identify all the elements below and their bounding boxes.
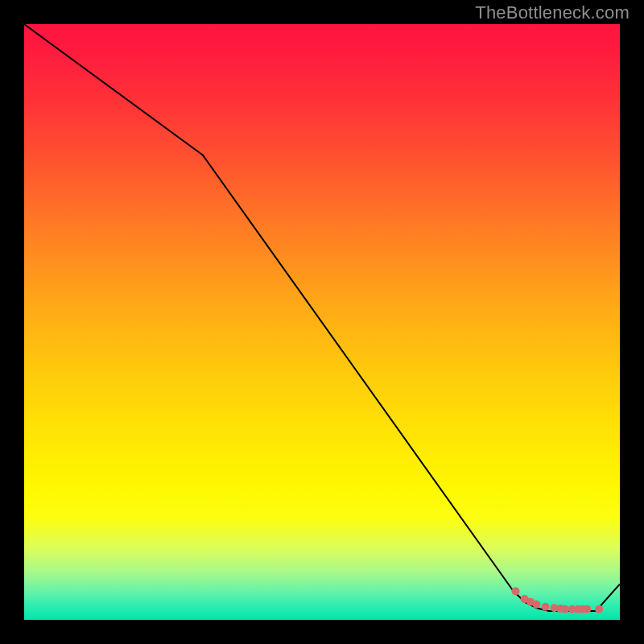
marker-dot bbox=[512, 587, 520, 595]
marker-dot bbox=[595, 605, 603, 613]
chart-stage: TheBottleneck.com bbox=[0, 0, 644, 644]
chart-svg bbox=[0, 0, 644, 644]
marker-dot bbox=[542, 603, 550, 611]
marker-dot bbox=[532, 601, 540, 609]
marker-dot bbox=[561, 605, 569, 613]
marker-dot bbox=[583, 605, 591, 613]
watermark-text: TheBottleneck.com bbox=[475, 2, 630, 23]
